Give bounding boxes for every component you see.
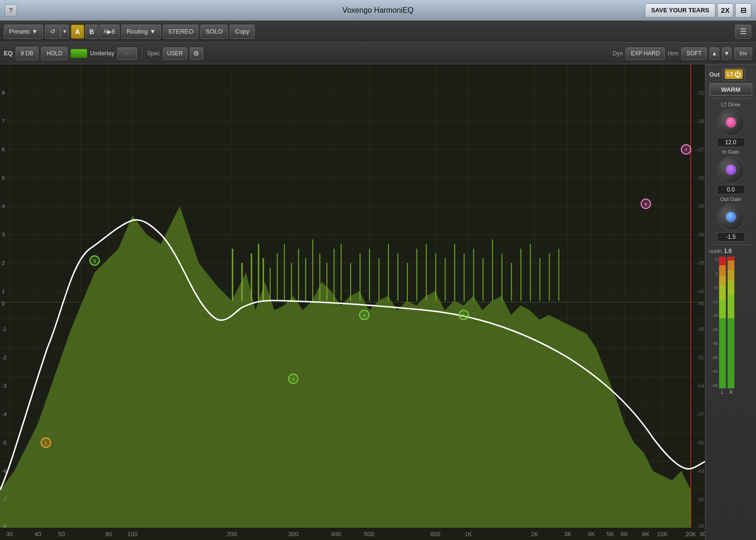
svg-rect-67 bbox=[464, 253, 464, 301]
lt-drive-value[interactable]: 12.0 bbox=[717, 138, 745, 147]
eq-canvas[interactable]: 30 40 50 80 100 200 300 400 500 800 1K 2… bbox=[0, 64, 705, 540]
svg-text:-27: -27 bbox=[697, 147, 704, 152]
svg-text:5: 5 bbox=[2, 175, 5, 181]
svg-text:30: 30 bbox=[6, 531, 13, 538]
vu-r-meter bbox=[727, 256, 735, 389]
app-title: Voxengo HarmoniEQ bbox=[343, 6, 413, 15]
stereo-button[interactable]: STEREO bbox=[163, 25, 198, 39]
vu-l-label: L bbox=[721, 390, 724, 395]
menu-button[interactable]: ☰ bbox=[735, 25, 751, 39]
lt-drive-knob-body bbox=[717, 109, 745, 136]
vu-r-channel: R bbox=[727, 256, 735, 395]
svg-text:-3: -3 bbox=[2, 383, 7, 389]
svg-rect-74 bbox=[530, 244, 531, 301]
preset-name-button[interactable]: SAVE YOUR TEARS bbox=[645, 3, 715, 17]
lt-drive-knob-center bbox=[726, 117, 736, 128]
ab-a-button[interactable]: A bbox=[71, 25, 84, 39]
in-gain-section: In Gain 0.0 bbox=[707, 149, 754, 194]
lt-button[interactable]: LT ⏻ bbox=[722, 68, 745, 80]
out-gain-label: Out Gain bbox=[720, 196, 741, 202]
svg-rect-71 bbox=[501, 253, 502, 301]
svg-text:-2: -2 bbox=[2, 355, 7, 360]
undo-icon: ↺ bbox=[50, 28, 55, 35]
out-gain-value[interactable]: -1.5 bbox=[717, 232, 745, 242]
lt-drive-knob[interactable] bbox=[717, 108, 745, 137]
svg-text:7: 7 bbox=[685, 148, 687, 152]
collapse-icon: ⊟ bbox=[740, 6, 747, 15]
svg-text:5: 5 bbox=[463, 313, 465, 318]
svg-text:4: 4 bbox=[2, 203, 5, 209]
right-panel: Out LT ⏻ WARM LT Drive 12.0 In Gain bbox=[705, 64, 756, 540]
svg-text:3: 3 bbox=[94, 259, 96, 263]
svg-rect-39 bbox=[232, 249, 233, 301]
svg-rect-73 bbox=[520, 249, 521, 301]
routing-button[interactable]: Routing ▼ bbox=[121, 25, 161, 39]
svg-text:-33: -33 bbox=[697, 204, 704, 209]
svg-text:0: 0 bbox=[2, 301, 5, 306]
svg-text:-4: -4 bbox=[2, 411, 7, 417]
ab-atob-button[interactable]: A▶B bbox=[99, 25, 120, 39]
down-arrow-button[interactable]: ▼ bbox=[722, 47, 731, 60]
out-gain-knob[interactable] bbox=[717, 203, 745, 231]
svg-text:100: 100 bbox=[128, 531, 138, 538]
undo-button[interactable]: ↺ bbox=[45, 25, 60, 39]
undo-arrow-button[interactable]: ▼ bbox=[60, 25, 69, 39]
underlay-selector[interactable]: --- bbox=[117, 47, 137, 60]
eq-active-toggle[interactable] bbox=[70, 49, 87, 58]
svg-text:-6: -6 bbox=[2, 468, 7, 474]
svg-rect-53 bbox=[334, 249, 335, 301]
exp-hard-button[interactable]: EXP HARD bbox=[626, 47, 665, 60]
svg-text:-69: -69 bbox=[697, 523, 704, 529]
hold-button[interactable]: HOLD bbox=[41, 47, 67, 60]
hrm-label: Hrm bbox=[668, 50, 679, 57]
2x-button[interactable]: 2X bbox=[717, 3, 733, 17]
svg-text:5K: 5K bbox=[607, 531, 614, 538]
svg-rect-56 bbox=[360, 253, 361, 301]
collapse-button[interactable]: ⊟ bbox=[735, 3, 751, 17]
svg-rect-42 bbox=[258, 244, 259, 301]
svg-rect-63 bbox=[426, 244, 427, 301]
toolbar: Presets ▼ ↺ ▼ A B A▶B Routing ▼ STEREO S… bbox=[0, 21, 756, 43]
svg-rect-60 bbox=[397, 253, 398, 301]
svg-rect-50 bbox=[312, 239, 313, 301]
user-button[interactable]: USER bbox=[163, 47, 187, 60]
up-arrow-button[interactable]: ▲ bbox=[710, 47, 719, 60]
svg-rect-69 bbox=[482, 258, 483, 301]
svg-text:2: 2 bbox=[292, 377, 294, 382]
svg-rect-59 bbox=[388, 244, 389, 301]
inv-button[interactable]: Inv bbox=[734, 47, 752, 60]
ab-b-button[interactable]: B bbox=[85, 25, 98, 39]
vu-r-label: R bbox=[729, 390, 732, 395]
svg-rect-44 bbox=[270, 268, 271, 301]
warm-button[interactable]: WARM bbox=[710, 83, 752, 96]
svg-rect-57 bbox=[369, 249, 370, 301]
in-gain-value[interactable]: 0.0 bbox=[717, 185, 745, 194]
svg-text:4: 4 bbox=[363, 313, 366, 318]
svg-text:300: 300 bbox=[288, 531, 299, 538]
svg-rect-66 bbox=[454, 244, 455, 301]
svg-text:-42: -42 bbox=[697, 289, 704, 294]
main-area: 30 40 50 80 100 200 300 400 500 800 1K 2… bbox=[0, 64, 756, 540]
9db-button[interactable]: 9 DB bbox=[16, 47, 39, 60]
gear-button[interactable]: ⚙ bbox=[190, 47, 203, 60]
solo-button[interactable]: SOLO bbox=[200, 25, 228, 39]
svg-text:-7: -7 bbox=[2, 496, 7, 502]
soft-button[interactable]: SOFT bbox=[681, 47, 707, 60]
svg-rect-70 bbox=[492, 239, 493, 301]
presets-button[interactable]: Presets ▼ bbox=[4, 25, 43, 39]
help-button[interactable]: ? bbox=[5, 4, 17, 17]
out-gain-section: Out Gain -1.5 bbox=[707, 196, 754, 242]
svg-text:3: 3 bbox=[2, 232, 5, 237]
svg-text:6: 6 bbox=[644, 202, 647, 207]
svg-text:-51: -51 bbox=[697, 355, 704, 360]
svg-rect-65 bbox=[445, 258, 446, 301]
svg-text:-60: -60 bbox=[697, 440, 704, 445]
eq-bar: EQ 9 DB HOLD Underlay --- Spec USER ⚙ Dy… bbox=[0, 43, 756, 64]
out-in-row: out/in 1.6 bbox=[707, 248, 754, 254]
lt-inner: LT ⏻ bbox=[725, 70, 743, 79]
copy-button[interactable]: Copy bbox=[230, 25, 254, 39]
in-gain-knob[interactable] bbox=[717, 156, 745, 184]
svg-text:800: 800 bbox=[430, 531, 440, 538]
svg-text:40: 40 bbox=[34, 531, 41, 538]
svg-text:6: 6 bbox=[2, 147, 5, 152]
